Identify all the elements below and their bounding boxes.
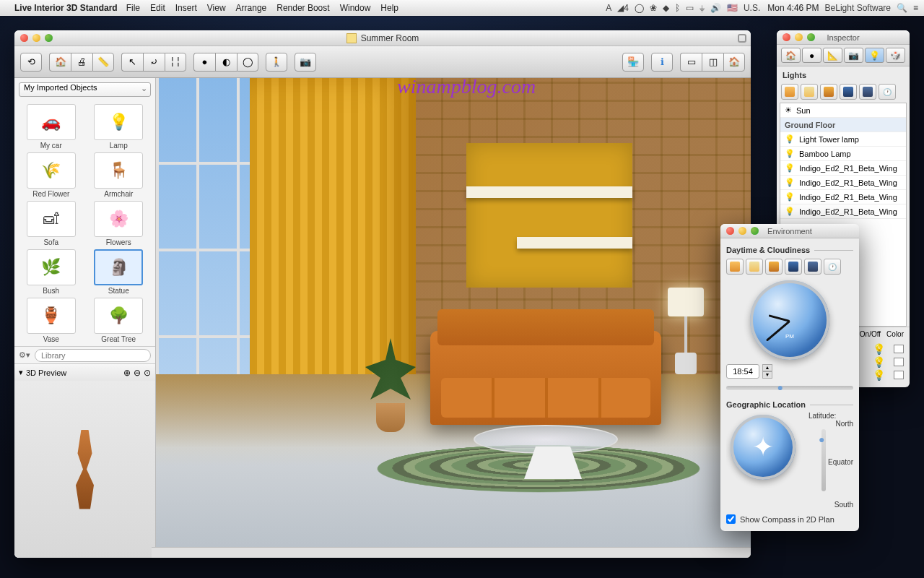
time-stepper[interactable]: ▲▼ bbox=[762, 364, 772, 379]
zoom-in-icon[interactable]: ⊕ bbox=[123, 368, 131, 378]
preset-night[interactable] bbox=[840, 84, 857, 100]
sky-preset-1[interactable] bbox=[726, 259, 744, 275]
show-compass-checkbox[interactable]: Show Compass in 2D Plan bbox=[726, 509, 853, 524]
view2d-button[interactable]: ▭ bbox=[680, 53, 702, 72]
back-button[interactable]: ⟲ bbox=[20, 53, 42, 72]
right-app[interactable]: BeLight Software bbox=[825, 3, 891, 13]
info-button[interactable]: ℹ bbox=[651, 53, 673, 72]
light-color-swatch[interactable] bbox=[894, 371, 904, 379]
zoom-out-icon[interactable]: ⊖ bbox=[134, 368, 141, 378]
inspector-titlebar[interactable]: Inspector bbox=[777, 30, 910, 45]
light-row[interactable]: 💡Indigo_Ed2_R1_Beta_Wing bbox=[780, 190, 906, 204]
view-rulers-button[interactable]: 📏 bbox=[92, 53, 114, 72]
preset-time[interactable]: 🕐 bbox=[879, 84, 896, 100]
cloud-icon[interactable]: ◯ bbox=[635, 3, 644, 13]
light-row[interactable]: 💡Indigo_Ed2_R1_Beta_Wing bbox=[780, 161, 906, 176]
library-search-input[interactable] bbox=[35, 349, 151, 362]
close-icon[interactable] bbox=[20, 34, 28, 42]
sky-preset-5[interactable] bbox=[804, 259, 821, 275]
light-group-row[interactable]: Ground Floor bbox=[780, 118, 906, 132]
menu-insert[interactable]: Insert bbox=[175, 3, 197, 13]
split-tool-button[interactable]: ╎╎ bbox=[165, 53, 186, 72]
rotate-tool-button[interactable]: ⤾ bbox=[143, 53, 165, 72]
preset-evening[interactable] bbox=[820, 84, 837, 100]
object-item[interactable]: 💡Lamp bbox=[87, 104, 152, 150]
sky-preset-2[interactable] bbox=[746, 259, 763, 275]
menu-help[interactable]: Help bbox=[380, 3, 398, 13]
clock[interactable]: Mon 4:46 PM bbox=[767, 3, 819, 13]
traffic-lights[interactable] bbox=[20, 34, 53, 42]
object-item[interactable]: 🏺Vase bbox=[19, 298, 84, 343]
close-icon[interactable] bbox=[783, 33, 790, 41]
compass-dial[interactable] bbox=[731, 415, 796, 480]
view-library-button[interactable]: 🏠 bbox=[49, 53, 71, 72]
preset-day[interactable] bbox=[781, 84, 798, 100]
bulb-on-icon[interactable]: 💡 bbox=[873, 343, 885, 355]
show-compass-input[interactable] bbox=[726, 514, 736, 524]
zoom-fit-icon[interactable]: ⊙ bbox=[144, 368, 151, 378]
zoom-icon[interactable] bbox=[751, 227, 759, 235]
inspector-tab-building[interactable]: 🎲 bbox=[886, 48, 905, 63]
library-category-select[interactable]: My Imported Objects bbox=[19, 82, 151, 97]
object-item[interactable]: 🗿Statue bbox=[87, 249, 152, 295]
light-row[interactable]: 💡Light Tower lamp bbox=[780, 132, 906, 147]
light-color-swatch[interactable] bbox=[894, 358, 904, 366]
object-item[interactable]: 🌳Great Tree bbox=[87, 298, 152, 343]
zoom-icon[interactable] bbox=[45, 34, 53, 42]
display-icon[interactable]: ▭ bbox=[686, 3, 694, 13]
zoom-icon[interactable] bbox=[807, 33, 815, 41]
close-icon[interactable] bbox=[726, 227, 734, 235]
preset-clear[interactable] bbox=[801, 84, 818, 100]
menu-view[interactable]: View bbox=[207, 3, 226, 13]
arrow-tool-button[interactable]: ↖ bbox=[121, 53, 143, 72]
spotlight-icon[interactable]: 🔍 bbox=[897, 3, 907, 13]
time-clock[interactable]: PM bbox=[750, 280, 829, 360]
adobe4-icon[interactable]: ◢4 bbox=[617, 3, 629, 13]
time-input[interactable] bbox=[726, 364, 759, 379]
view3d-button[interactable]: 🏠 bbox=[723, 53, 745, 72]
titlebar[interactable]: Summer Room bbox=[14, 30, 751, 46]
menu-arrange[interactable]: Arrange bbox=[236, 3, 267, 13]
object-item[interactable]: 🛋Sofa bbox=[19, 201, 84, 246]
menu-file[interactable]: File bbox=[126, 3, 140, 13]
inspector-tab-camera[interactable]: 📷 bbox=[844, 48, 863, 63]
light-row[interactable]: ☀Sun bbox=[780, 103, 906, 118]
object-item[interactable]: 🌸Flowers bbox=[87, 201, 152, 246]
view-print-button[interactable]: 🖨 bbox=[71, 53, 92, 72]
cloudiness-slider[interactable] bbox=[726, 386, 853, 390]
light-row[interactable]: 💡Bamboo Lamp bbox=[780, 147, 906, 161]
sync-icon[interactable]: ❀ bbox=[650, 3, 657, 13]
minimize-icon[interactable] bbox=[738, 227, 746, 235]
menu-renderboost[interactable]: Render Boost bbox=[276, 3, 329, 13]
inspector-tab-lights[interactable]: 💡 bbox=[865, 48, 884, 63]
app-name[interactable]: Live Interior 3D Standard bbox=[14, 3, 118, 13]
bulb-on-icon[interactable]: 💡 bbox=[873, 356, 885, 368]
light-color-swatch[interactable] bbox=[894, 345, 904, 353]
menu-window[interactable]: Window bbox=[340, 3, 371, 13]
input-label[interactable]: U.S. bbox=[744, 3, 760, 13]
environment-titlebar[interactable]: Environment bbox=[720, 224, 859, 238]
preset-dark[interactable] bbox=[859, 84, 876, 100]
light-row[interactable]: 💡Indigo_Ed2_R1_Beta_Wing bbox=[780, 204, 906, 219]
wifi-icon[interactable]: ⏚ bbox=[699, 3, 705, 13]
adobe-icon[interactable]: A bbox=[606, 3, 611, 13]
inspector-tab-object[interactable]: 🏠 bbox=[781, 48, 801, 63]
bluetooth-icon[interactable]: ᛒ bbox=[675, 3, 680, 13]
menu-edit[interactable]: Edit bbox=[150, 3, 165, 13]
light-row[interactable]: 💡Indigo_Ed2_R1_Beta_Wing bbox=[780, 176, 906, 190]
preview-pane[interactable] bbox=[14, 381, 155, 558]
3d-viewport[interactable] bbox=[156, 78, 751, 558]
render-mid-button[interactable]: ◐ bbox=[215, 53, 237, 72]
volume-icon[interactable]: 🔊 bbox=[710, 3, 721, 13]
dropbox-icon[interactable]: ◆ bbox=[663, 3, 669, 13]
object-item[interactable]: 🪑Armchair bbox=[87, 152, 152, 198]
inspector-tab-material[interactable]: ● bbox=[802, 48, 821, 63]
sky-preset-time[interactable]: 🕐 bbox=[824, 259, 841, 275]
notification-icon[interactable]: ≡ bbox=[913, 3, 918, 13]
render-high-button[interactable]: ◯ bbox=[237, 53, 258, 72]
minimize-icon[interactable] bbox=[795, 33, 803, 41]
resize-icon[interactable] bbox=[738, 34, 746, 43]
snapshot-button[interactable]: 📷 bbox=[295, 53, 316, 72]
inspector-tab-measure[interactable]: 📐 bbox=[823, 48, 842, 63]
disclosure-icon[interactable]: ▾ bbox=[19, 368, 23, 377]
